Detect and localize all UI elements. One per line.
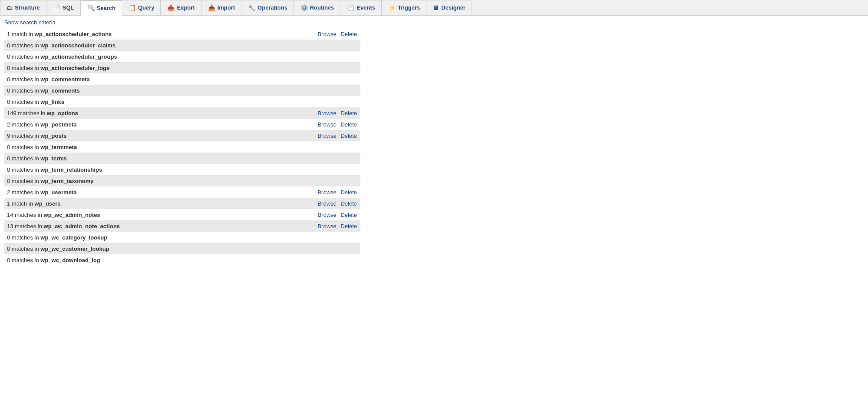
match-cell: 2 matches in wp_postmeta xyxy=(4,119,257,130)
table-row: 14 matches in wp_wc_admin_notesBrowse De… xyxy=(4,209,360,220)
match-cell: 1 match in wp_actionscheduler_actions xyxy=(4,28,257,40)
action-cell xyxy=(257,153,360,164)
table-name: wp_actionscheduler_actions xyxy=(35,31,112,37)
tab-icon-search: 🔍 xyxy=(87,4,95,11)
tab-structure[interactable]: 🗂Structure xyxy=(0,0,46,15)
table-name: wp_usermeta xyxy=(40,189,76,196)
tab-icon-events: 🕐 xyxy=(347,4,354,11)
results-table: 1 match in wp_actionscheduler_actionsBro… xyxy=(4,28,360,266)
browse-link[interactable]: Browse xyxy=(317,133,336,139)
table-row: 0 matches in wp_termmeta xyxy=(4,141,360,153)
table-row: 0 matches in wp_term_relationships xyxy=(4,164,360,175)
match-cell: 1 match in wp_users xyxy=(4,198,257,209)
match-cell: 0 matches in wp_wc_download_log xyxy=(4,254,257,266)
table-row: 0 matches in wp_links xyxy=(4,96,360,107)
table-name: wp_actionscheduler_groups xyxy=(40,53,117,60)
browse-link[interactable]: Browse xyxy=(317,110,336,116)
tab-triggers[interactable]: ⚡Triggers xyxy=(382,0,426,15)
table-name: wp_links xyxy=(40,99,64,105)
tab-icon-operations: 🔧 xyxy=(248,4,255,11)
table-name: wp_postmeta xyxy=(40,121,76,128)
action-cell: Browse Delete xyxy=(257,220,360,232)
browse-link[interactable]: Browse xyxy=(317,121,336,128)
table-name: wp_wc_category_lookup xyxy=(40,234,107,241)
table-name: wp_actionscheduler_claims xyxy=(40,42,116,49)
tab-bar: 🗂Structure📄SQL🔍Search📋Query📤Export📥Impor… xyxy=(0,0,868,16)
table-name: wp_wc_customer_lookup xyxy=(40,246,109,252)
tab-search[interactable]: 🔍Search xyxy=(81,0,122,16)
match-cell: 0 matches in wp_termmeta xyxy=(4,141,257,153)
delete-link[interactable]: Delete xyxy=(340,121,357,128)
table-name: wp_actionscheduler_logs xyxy=(40,65,109,71)
browse-link[interactable]: Browse xyxy=(317,31,336,37)
match-cell: 13 matches in wp_wc_admin_note_actions xyxy=(4,220,257,232)
action-cell: Browse Delete xyxy=(257,198,360,209)
tab-icon-routines: ⚙️ xyxy=(300,4,308,11)
match-cell: 0 matches in wp_term_taxonomy xyxy=(4,175,257,186)
table-row: 149 matches in wp_optionsBrowse Delete xyxy=(4,107,360,119)
delete-link[interactable]: Delete xyxy=(340,189,357,196)
match-cell: 0 matches in wp_actionscheduler_groups xyxy=(4,51,257,62)
tab-label-designer: Designer xyxy=(441,4,465,11)
table-name: wp_terms xyxy=(40,155,67,162)
browse-link[interactable]: Browse xyxy=(317,212,336,218)
action-cell xyxy=(257,243,360,254)
delete-link[interactable]: Delete xyxy=(340,31,357,37)
action-cell: Browse Delete xyxy=(257,209,360,220)
tab-events[interactable]: 🕐Events xyxy=(340,0,382,15)
tab-export[interactable]: 📤Export xyxy=(161,0,201,15)
show-criteria-link[interactable]: Show search criteria xyxy=(4,19,864,26)
table-name: wp_commentmeta xyxy=(40,76,89,83)
action-cell: Browse Delete xyxy=(257,28,360,40)
action-cell xyxy=(257,164,360,175)
tab-label-routines: Routines xyxy=(310,4,334,11)
match-cell: 0 matches in wp_term_relationships xyxy=(4,164,257,175)
tab-label-triggers: Triggers xyxy=(398,4,420,11)
table-row: 0 matches in wp_term_taxonomy xyxy=(4,175,360,186)
tab-import[interactable]: 📥Import xyxy=(201,0,241,15)
table-row: 0 matches in wp_actionscheduler_claims xyxy=(4,40,360,51)
tab-operations[interactable]: 🔧Operations xyxy=(241,0,294,15)
match-cell: 149 matches in wp_options xyxy=(4,107,257,119)
match-cell: 0 matches in wp_links xyxy=(4,96,257,107)
match-cell: 0 matches in wp_comments xyxy=(4,85,257,96)
tab-designer[interactable]: 🖥Designer xyxy=(426,0,472,15)
table-row: 1 match in wp_actionscheduler_actionsBro… xyxy=(4,28,360,40)
delete-link[interactable]: Delete xyxy=(340,223,357,229)
table-row: 0 matches in wp_wc_category_lookup xyxy=(4,232,360,243)
delete-link[interactable]: Delete xyxy=(340,133,357,139)
table-row: 0 matches in wp_comments xyxy=(4,85,360,96)
delete-link[interactable]: Delete xyxy=(340,200,357,207)
action-cell: Browse Delete xyxy=(257,119,360,130)
browse-link[interactable]: Browse xyxy=(317,223,336,229)
table-name: wp_termmeta xyxy=(40,144,77,150)
tab-icon-designer: 🖥 xyxy=(433,4,439,11)
table-row: 2 matches in wp_usermetaBrowse Delete xyxy=(4,186,360,198)
tab-label-query: Query xyxy=(138,4,155,11)
browse-link[interactable]: Browse xyxy=(317,200,336,207)
action-cell xyxy=(257,96,360,107)
browse-link[interactable]: Browse xyxy=(317,189,336,196)
tab-query[interactable]: 📋Query xyxy=(122,0,161,15)
tab-icon-query: 📋 xyxy=(129,4,136,11)
action-cell xyxy=(257,73,360,85)
tab-label-sql: SQL xyxy=(63,4,74,11)
table-row: 0 matches in wp_wc_customer_lookup xyxy=(4,243,360,254)
delete-link[interactable]: Delete xyxy=(340,110,357,116)
tab-label-events: Events xyxy=(356,4,375,11)
match-cell: 0 matches in wp_actionscheduler_claims xyxy=(4,40,257,51)
action-cell: Browse Delete xyxy=(257,130,360,141)
table-row: 0 matches in wp_wc_download_log xyxy=(4,254,360,266)
tab-sql[interactable]: 📄SQL xyxy=(46,0,81,15)
table-row: 9 matches in wp_postsBrowse Delete xyxy=(4,130,360,141)
match-cell: 2 matches in wp_usermeta xyxy=(4,186,257,198)
match-cell: 0 matches in wp_terms xyxy=(4,153,257,164)
table-row: 0 matches in wp_commentmeta xyxy=(4,73,360,85)
delete-link[interactable]: Delete xyxy=(340,212,357,218)
table-name: wp_wc_download_log xyxy=(40,257,100,263)
table-name: wp_wc_admin_note_actions xyxy=(44,223,120,229)
action-cell xyxy=(257,254,360,266)
tab-routines[interactable]: ⚙️Routines xyxy=(294,0,341,15)
action-cell xyxy=(257,85,360,96)
table-name: wp_comments xyxy=(40,87,79,94)
